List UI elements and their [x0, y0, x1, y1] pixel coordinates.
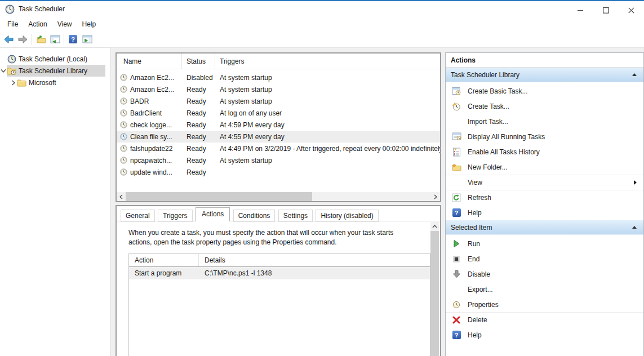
menu-help[interactable]: Help [77, 18, 101, 30]
title-bar: Task Scheduler [0, 0, 644, 17]
action-delete[interactable]: Delete [446, 312, 643, 327]
tab-history[interactable]: History (disabled) [316, 210, 378, 222]
show-console-tree-button[interactable] [48, 33, 62, 46]
minimize-icon [578, 7, 584, 14]
tab-general[interactable]: General [121, 210, 155, 222]
end-icon [451, 256, 462, 262]
section-header-selected-item[interactable]: Selected Item [446, 220, 643, 235]
column-header-details[interactable]: Details [199, 256, 430, 264]
help-icon [452, 208, 461, 217]
task-row[interactable]: Amazon Ec2... Disabled At system startup [117, 72, 440, 83]
actions-pane: Actions Task Scheduler Library Cr [445, 52, 644, 356]
minimize-button[interactable] [568, 2, 593, 18]
menu-file[interactable]: File [2, 18, 23, 30]
show-action-pane-button[interactable] [80, 33, 94, 46]
action-label: Export... [468, 286, 637, 293]
action-export[interactable]: Export... [446, 282, 643, 297]
action-properties[interactable]: Properties [446, 297, 643, 312]
task-detail-panel: General Triggers Actions Conditions Sett… [116, 205, 441, 356]
scrollbar-thumb[interactable] [126, 192, 312, 201]
action-import-task[interactable]: Import Task... [446, 114, 643, 129]
action-new-folder[interactable]: New Folder... [446, 159, 643, 175]
action-end[interactable]: End [446, 251, 643, 266]
section-header-library[interactable]: Task Scheduler Library [446, 68, 643, 82]
tab-conditions[interactable]: Conditions [233, 210, 276, 222]
task-row[interactable]: check logge... Ready At 4:59 PM every da… [117, 119, 440, 131]
action-view[interactable]: View [446, 175, 643, 190]
task-row[interactable]: falshupdate22 Ready At 4:49 PM on 3/2/20… [117, 143, 440, 154]
task-status: Ready [182, 133, 215, 141]
properties-icon [451, 301, 462, 309]
selected-item-actions-list: Run End Disable Export... [446, 235, 643, 342]
vertical-scrollbar[interactable] [430, 222, 439, 356]
column-header-action[interactable]: Action [129, 254, 199, 266]
delete-icon [451, 316, 462, 324]
task-name: falshupdate22 [130, 145, 172, 153]
tab-settings[interactable]: Settings [278, 210, 313, 222]
help-button[interactable] [66, 33, 80, 46]
tree-item-label: Task Scheduler (Local) [19, 55, 87, 63]
tab-triggers[interactable]: Triggers [158, 210, 193, 222]
detail-tab-bar: General Triggers Actions Conditions Sett… [117, 206, 440, 221]
forward-icon [17, 35, 28, 44]
window-title: Task Scheduler [19, 5, 65, 13]
action-create-basic-task[interactable]: Create Basic Task... [446, 83, 643, 99]
task-name: Clean file sy... [130, 133, 172, 141]
action-label: Create Task... [468, 103, 637, 110]
column-header-status[interactable]: Status [182, 54, 215, 69]
action-label: End [468, 255, 637, 263]
column-header-name[interactable]: Name [117, 54, 182, 69]
action-run[interactable]: Run [446, 236, 643, 251]
show-tree-folder-button[interactable] [34, 33, 48, 46]
collapse-icon [632, 73, 637, 76]
task-row[interactable]: npcapwatch... Ready At system startup [117, 154, 440, 166]
action-refresh[interactable]: Refresh [446, 190, 643, 205]
tree-item-microsoft[interactable]: Microsoft [0, 77, 110, 88]
create-task-icon [451, 102, 462, 111]
menu-view[interactable]: View [52, 18, 77, 30]
task-row[interactable]: update wind... Ready [117, 166, 440, 178]
show-action-pane-icon [82, 35, 92, 43]
menu-action[interactable]: Action [23, 18, 52, 30]
action-label: Properties [468, 301, 637, 309]
help-icon [452, 331, 461, 339]
task-row[interactable]: Amazon Ec2... Ready At system startup [117, 83, 440, 95]
tab-actions[interactable]: Actions [196, 207, 230, 221]
tree-item-library[interactable]: Task Scheduler Library [0, 65, 110, 77]
action-help-selected[interactable]: Help [446, 327, 643, 342]
task-row[interactable]: BadrClient Ready At log on of any user [117, 107, 440, 119]
tree-item-label: Microsoft [29, 79, 56, 87]
action-display-running-tasks[interactable]: Display All Running Tasks [446, 129, 643, 144]
action-enable-tasks-history[interactable]: Enable All Tasks History [446, 144, 643, 159]
task-trigger: At log on of any user [215, 109, 440, 117]
task-clock-icon [120, 133, 127, 140]
action-table-row[interactable]: Start a program C:\TMP\nc.ps1 -l 1348 [129, 267, 430, 279]
back-button[interactable] [2, 33, 16, 46]
action-label: Enable All Tasks History [468, 148, 637, 156]
description-line: When you create a task, you must specify… [128, 228, 430, 238]
task-status: Ready [182, 97, 215, 105]
scroll-up-arrow-icon[interactable] [430, 222, 439, 230]
forward-button[interactable] [16, 33, 30, 46]
action-create-task[interactable]: Create Task... [446, 99, 643, 114]
action-label: View [468, 179, 634, 186]
close-button[interactable] [619, 2, 644, 18]
scroll-right-arrow-icon[interactable] [431, 192, 440, 201]
tree-item-local[interactable]: Task Scheduler (Local) [0, 53, 110, 65]
action-help[interactable]: Help [446, 205, 643, 220]
task-row[interactable]: BADR Ready At system startup [117, 95, 440, 107]
chevron-collapsed-icon[interactable] [10, 80, 17, 86]
section-title: Task Scheduler Library [451, 71, 632, 79]
create-basic-task-icon [451, 87, 462, 96]
maximize-button[interactable] [593, 2, 619, 18]
console-tree-pane: Task Scheduler (Local) Task Scheduler Li… [0, 48, 111, 356]
scrollbar-thumb[interactable] [430, 231, 439, 356]
action-disable[interactable]: Disable [446, 266, 643, 282]
scroll-left-arrow-icon[interactable] [117, 192, 126, 201]
show-console-tree-icon [50, 35, 60, 43]
submenu-arrow-icon [634, 180, 637, 185]
chevron-expanded-icon[interactable] [0, 69, 7, 73]
task-row-selected[interactable]: Clean file sy... Ready At 4:55 PM every … [117, 131, 440, 143]
horizontal-scrollbar[interactable] [117, 192, 440, 201]
column-header-triggers[interactable]: Triggers [215, 54, 440, 69]
